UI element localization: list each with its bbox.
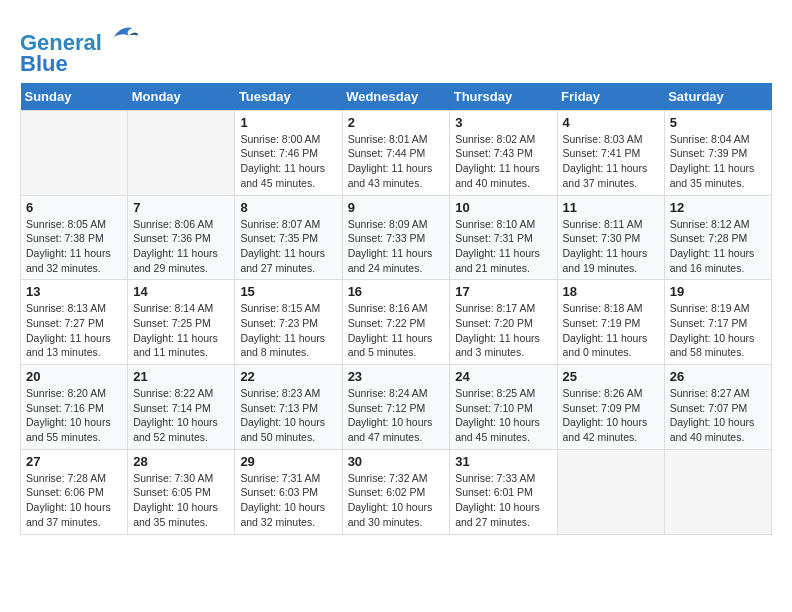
day-info: Sunrise: 8:06 AM Sunset: 7:36 PM Dayligh…	[133, 217, 229, 276]
day-info: Sunrise: 8:10 AM Sunset: 7:31 PM Dayligh…	[455, 217, 551, 276]
calendar-day-cell	[664, 449, 771, 534]
calendar-day-cell: 14Sunrise: 8:14 AM Sunset: 7:25 PM Dayli…	[128, 280, 235, 365]
calendar-day-cell: 29Sunrise: 7:31 AM Sunset: 6:03 PM Dayli…	[235, 449, 342, 534]
calendar-day-cell: 4Sunrise: 8:03 AM Sunset: 7:41 PM Daylig…	[557, 110, 664, 195]
day-number: 17	[455, 284, 551, 299]
calendar-day-cell: 8Sunrise: 8:07 AM Sunset: 7:35 PM Daylig…	[235, 195, 342, 280]
day-number: 16	[348, 284, 445, 299]
weekday-header: Sunday	[21, 83, 128, 111]
day-number: 12	[670, 200, 766, 215]
day-number: 10	[455, 200, 551, 215]
day-number: 7	[133, 200, 229, 215]
day-info: Sunrise: 8:18 AM Sunset: 7:19 PM Dayligh…	[563, 301, 659, 360]
calendar-week-row: 6Sunrise: 8:05 AM Sunset: 7:38 PM Daylig…	[21, 195, 772, 280]
day-number: 27	[26, 454, 122, 469]
day-number: 25	[563, 369, 659, 384]
day-number: 19	[670, 284, 766, 299]
calendar-week-row: 27Sunrise: 7:28 AM Sunset: 6:06 PM Dayli…	[21, 449, 772, 534]
day-info: Sunrise: 8:15 AM Sunset: 7:23 PM Dayligh…	[240, 301, 336, 360]
day-number: 2	[348, 115, 445, 130]
day-info: Sunrise: 8:12 AM Sunset: 7:28 PM Dayligh…	[670, 217, 766, 276]
calendar-day-cell: 2Sunrise: 8:01 AM Sunset: 7:44 PM Daylig…	[342, 110, 450, 195]
day-info: Sunrise: 8:27 AM Sunset: 7:07 PM Dayligh…	[670, 386, 766, 445]
calendar-day-cell: 28Sunrise: 7:30 AM Sunset: 6:05 PM Dayli…	[128, 449, 235, 534]
calendar-day-cell	[128, 110, 235, 195]
day-info: Sunrise: 8:04 AM Sunset: 7:39 PM Dayligh…	[670, 132, 766, 191]
day-number: 21	[133, 369, 229, 384]
day-number: 1	[240, 115, 336, 130]
day-info: Sunrise: 7:28 AM Sunset: 6:06 PM Dayligh…	[26, 471, 122, 530]
logo-bird-icon	[110, 20, 140, 50]
calendar-day-cell: 21Sunrise: 8:22 AM Sunset: 7:14 PM Dayli…	[128, 365, 235, 450]
calendar-day-cell: 13Sunrise: 8:13 AM Sunset: 7:27 PM Dayli…	[21, 280, 128, 365]
day-info: Sunrise: 8:22 AM Sunset: 7:14 PM Dayligh…	[133, 386, 229, 445]
day-info: Sunrise: 7:33 AM Sunset: 6:01 PM Dayligh…	[455, 471, 551, 530]
calendar-day-cell: 11Sunrise: 8:11 AM Sunset: 7:30 PM Dayli…	[557, 195, 664, 280]
weekday-header-row: SundayMondayTuesdayWednesdayThursdayFrid…	[21, 83, 772, 111]
day-number: 22	[240, 369, 336, 384]
day-info: Sunrise: 8:02 AM Sunset: 7:43 PM Dayligh…	[455, 132, 551, 191]
day-info: Sunrise: 7:32 AM Sunset: 6:02 PM Dayligh…	[348, 471, 445, 530]
day-info: Sunrise: 8:19 AM Sunset: 7:17 PM Dayligh…	[670, 301, 766, 360]
day-number: 20	[26, 369, 122, 384]
calendar-day-cell: 26Sunrise: 8:27 AM Sunset: 7:07 PM Dayli…	[664, 365, 771, 450]
day-info: Sunrise: 8:11 AM Sunset: 7:30 PM Dayligh…	[563, 217, 659, 276]
calendar-day-cell: 27Sunrise: 7:28 AM Sunset: 6:06 PM Dayli…	[21, 449, 128, 534]
day-info: Sunrise: 8:00 AM Sunset: 7:46 PM Dayligh…	[240, 132, 336, 191]
logo-blue: Blue	[20, 55, 140, 73]
day-number: 29	[240, 454, 336, 469]
calendar-day-cell: 5Sunrise: 8:04 AM Sunset: 7:39 PM Daylig…	[664, 110, 771, 195]
day-info: Sunrise: 8:25 AM Sunset: 7:10 PM Dayligh…	[455, 386, 551, 445]
calendar-day-cell: 19Sunrise: 8:19 AM Sunset: 7:17 PM Dayli…	[664, 280, 771, 365]
calendar-day-cell: 15Sunrise: 8:15 AM Sunset: 7:23 PM Dayli…	[235, 280, 342, 365]
day-number: 3	[455, 115, 551, 130]
calendar-day-cell	[557, 449, 664, 534]
day-number: 23	[348, 369, 445, 384]
day-info: Sunrise: 8:13 AM Sunset: 7:27 PM Dayligh…	[26, 301, 122, 360]
page-header: General Blue	[20, 20, 772, 73]
day-number: 26	[670, 369, 766, 384]
calendar-day-cell	[21, 110, 128, 195]
day-number: 13	[26, 284, 122, 299]
day-number: 4	[563, 115, 659, 130]
day-number: 5	[670, 115, 766, 130]
weekday-header: Tuesday	[235, 83, 342, 111]
day-number: 8	[240, 200, 336, 215]
calendar-day-cell: 17Sunrise: 8:17 AM Sunset: 7:20 PM Dayli…	[450, 280, 557, 365]
day-number: 28	[133, 454, 229, 469]
calendar-week-row: 1Sunrise: 8:00 AM Sunset: 7:46 PM Daylig…	[21, 110, 772, 195]
calendar-day-cell: 18Sunrise: 8:18 AM Sunset: 7:19 PM Dayli…	[557, 280, 664, 365]
calendar-day-cell: 23Sunrise: 8:24 AM Sunset: 7:12 PM Dayli…	[342, 365, 450, 450]
calendar-day-cell: 1Sunrise: 8:00 AM Sunset: 7:46 PM Daylig…	[235, 110, 342, 195]
calendar-table: SundayMondayTuesdayWednesdayThursdayFrid…	[20, 83, 772, 535]
day-info: Sunrise: 8:01 AM Sunset: 7:44 PM Dayligh…	[348, 132, 445, 191]
day-info: Sunrise: 8:17 AM Sunset: 7:20 PM Dayligh…	[455, 301, 551, 360]
day-info: Sunrise: 8:23 AM Sunset: 7:13 PM Dayligh…	[240, 386, 336, 445]
day-number: 18	[563, 284, 659, 299]
calendar-week-row: 13Sunrise: 8:13 AM Sunset: 7:27 PM Dayli…	[21, 280, 772, 365]
weekday-header: Monday	[128, 83, 235, 111]
calendar-day-cell: 9Sunrise: 8:09 AM Sunset: 7:33 PM Daylig…	[342, 195, 450, 280]
day-info: Sunrise: 8:14 AM Sunset: 7:25 PM Dayligh…	[133, 301, 229, 360]
day-number: 31	[455, 454, 551, 469]
weekday-header: Wednesday	[342, 83, 450, 111]
calendar-day-cell: 10Sunrise: 8:10 AM Sunset: 7:31 PM Dayli…	[450, 195, 557, 280]
day-info: Sunrise: 7:30 AM Sunset: 6:05 PM Dayligh…	[133, 471, 229, 530]
calendar-day-cell: 22Sunrise: 8:23 AM Sunset: 7:13 PM Dayli…	[235, 365, 342, 450]
day-number: 15	[240, 284, 336, 299]
day-number: 24	[455, 369, 551, 384]
weekday-header: Friday	[557, 83, 664, 111]
day-number: 6	[26, 200, 122, 215]
logo-text: General	[20, 20, 140, 55]
day-info: Sunrise: 8:07 AM Sunset: 7:35 PM Dayligh…	[240, 217, 336, 276]
day-info: Sunrise: 8:03 AM Sunset: 7:41 PM Dayligh…	[563, 132, 659, 191]
calendar-day-cell: 6Sunrise: 8:05 AM Sunset: 7:38 PM Daylig…	[21, 195, 128, 280]
calendar-day-cell: 16Sunrise: 8:16 AM Sunset: 7:22 PM Dayli…	[342, 280, 450, 365]
calendar-day-cell: 12Sunrise: 8:12 AM Sunset: 7:28 PM Dayli…	[664, 195, 771, 280]
day-info: Sunrise: 7:31 AM Sunset: 6:03 PM Dayligh…	[240, 471, 336, 530]
day-number: 30	[348, 454, 445, 469]
calendar-day-cell: 20Sunrise: 8:20 AM Sunset: 7:16 PM Dayli…	[21, 365, 128, 450]
weekday-header: Saturday	[664, 83, 771, 111]
day-info: Sunrise: 8:20 AM Sunset: 7:16 PM Dayligh…	[26, 386, 122, 445]
day-info: Sunrise: 8:16 AM Sunset: 7:22 PM Dayligh…	[348, 301, 445, 360]
